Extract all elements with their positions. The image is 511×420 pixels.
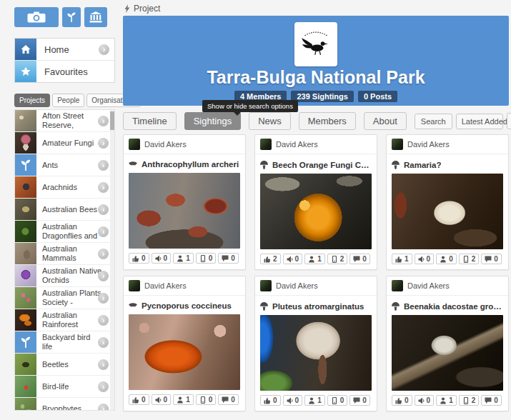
avatar[interactable] — [260, 280, 272, 291]
chevron-right-icon[interactable]: › — [98, 138, 109, 149]
chevron-right-icon[interactable]: › — [98, 204, 109, 215]
grid-view-button[interactable] — [507, 113, 511, 129]
megaphone-stat[interactable]: 0 — [152, 394, 172, 405]
card-title-row[interactable]: Beech Orange Fungi Cyttari... — [255, 154, 377, 174]
chevron-right-icon[interactable]: › — [98, 116, 109, 126]
sighting-photo[interactable] — [392, 174, 503, 249]
tab-sightings[interactable]: Sightings — [184, 112, 241, 130]
person-stat[interactable]: 1 — [304, 254, 325, 264]
nav-item-home[interactable]: Home › — [15, 39, 114, 60]
species-name[interactable]: Pluteus atromarginatus — [272, 302, 364, 311]
sidebar-item-project[interactable]: Australian Bees › — [15, 199, 114, 221]
tab-people[interactable]: People — [52, 94, 84, 107]
sighting-photo[interactable] — [129, 314, 240, 390]
comment-stat[interactable]: 0 — [218, 394, 239, 405]
chevron-right-icon[interactable]: › — [98, 293, 109, 304]
comment-stat[interactable]: 0 — [218, 253, 239, 264]
mobile-stat[interactable]: 0 — [196, 253, 217, 264]
species-name[interactable]: Beech Orange Fungi Cyttari... — [272, 161, 372, 169]
sighting-photo[interactable] — [129, 173, 240, 249]
megaphone-stat[interactable]: 0 — [415, 254, 435, 264]
person-stat[interactable]: 1 — [304, 395, 325, 406]
vote-stat[interactable]: 0 — [392, 395, 412, 406]
card-title-row[interactable]: Anthracophyllum archeri — [124, 154, 245, 173]
avatar[interactable] — [392, 280, 403, 291]
chevron-right-icon[interactable]: › — [98, 337, 109, 348]
sidebar-item-project[interactable]: Bryophytes › — [15, 398, 114, 411]
avatar[interactable] — [129, 280, 140, 291]
tab-about[interactable]: About — [364, 112, 407, 130]
species-name[interactable]: Beenakia dacostae growing ... — [404, 302, 504, 311]
tab-timeline[interactable]: Timeline — [123, 112, 177, 130]
card-author[interactable]: David Akers — [144, 140, 187, 149]
sidebar-item-project[interactable]: Australian Rainforest › — [15, 309, 114, 331]
card-title-row[interactable]: Ramaria? — [387, 154, 508, 174]
megaphone-stat[interactable]: 0 — [415, 395, 435, 406]
species-button[interactable] — [62, 7, 81, 27]
vote-stat[interactable]: 1 — [392, 254, 412, 264]
chevron-right-icon[interactable]: › — [98, 315, 109, 326]
card-author[interactable]: David Akers — [144, 281, 187, 290]
add-sighting-button[interactable] — [14, 7, 59, 27]
sort-select[interactable]: Latest Added — [456, 114, 503, 129]
sidebar-scrollbar-thumb[interactable] — [110, 111, 114, 130]
species-name[interactable]: Pycnoporus coccineus — [142, 301, 232, 310]
sighting-photo[interactable] — [260, 315, 372, 391]
mobile-stat[interactable]: 0 — [196, 394, 217, 405]
card-author[interactable]: David Akers — [276, 140, 318, 149]
chevron-right-icon[interactable]: › — [98, 249, 109, 259]
vote-stat[interactable]: 0 — [129, 253, 149, 264]
chevron-right-icon[interactable]: › — [98, 226, 109, 237]
card-title-row[interactable]: Pluteus atromarginatus — [255, 296, 377, 315]
chevron-right-icon[interactable]: › — [98, 271, 109, 281]
mobile-stat[interactable]: 0 — [327, 395, 348, 406]
species-name[interactable]: Ramaria? — [404, 161, 441, 169]
sighting-card[interactable]: David Akers Ramaria? — [386, 134, 509, 270]
sighting-card[interactable]: David Akers Anthracophyllum archeri — [123, 134, 246, 270]
person-stat[interactable]: 1 — [436, 395, 457, 406]
sighting-card[interactable]: David Akers Pluteus atromarginatus — [254, 276, 377, 411]
collections-button[interactable] — [84, 7, 107, 27]
sidebar-item-project[interactable]: Australian Native Orchids › — [15, 265, 114, 287]
card-author[interactable]: David Akers — [407, 281, 450, 290]
sighting-card[interactable]: David Akers Beech Orange Fungi Cyttari..… — [254, 134, 377, 270]
tab-members[interactable]: Members — [299, 112, 356, 130]
species-name[interactable]: Anthracophyllum archeri — [142, 160, 239, 169]
avatar[interactable] — [260, 139, 272, 150]
vote-stat[interactable]: 0 — [260, 395, 281, 406]
megaphone-stat[interactable]: 0 — [152, 253, 172, 264]
sighting-card[interactable]: David Akers Beenakia dacostae growing ..… — [386, 276, 509, 411]
sighting-card[interactable]: David Akers Pycnoporus coccineus — [123, 276, 246, 411]
person-stat[interactable]: 1 — [173, 253, 194, 264]
mobile-stat[interactable]: 2 — [327, 254, 348, 264]
vote-stat[interactable]: 2 — [260, 254, 281, 264]
sidebar-item-project[interactable]: Bird-life › — [15, 376, 114, 398]
comment-stat[interactable]: 0 — [481, 254, 502, 264]
sidebar-item-project[interactable]: Australian Plants Society - › — [15, 287, 114, 309]
tab-projects[interactable]: Projects — [14, 94, 50, 107]
chevron-right-icon[interactable]: › — [98, 381, 109, 392]
chevron-right-icon[interactable]: › — [98, 182, 109, 193]
sidebar-item-project[interactable]: Amateur Fungi › — [15, 132, 114, 154]
tab-news[interactable]: News — [249, 112, 291, 130]
avatar[interactable] — [129, 139, 140, 150]
sidebar-item-project[interactable]: Australian Mammals › — [15, 243, 114, 265]
mobile-stat[interactable]: 2 — [459, 395, 480, 406]
comment-stat[interactable]: 0 — [349, 254, 370, 264]
sighting-photo[interactable] — [260, 174, 372, 249]
person-stat[interactable]: 1 — [173, 394, 194, 405]
sidebar-item-project[interactable]: Ants › — [15, 154, 114, 176]
sighting-photo[interactable] — [392, 315, 503, 391]
megaphone-stat[interactable]: 0 — [283, 395, 303, 406]
card-title-row[interactable]: Beenakia dacostae growing ... — [387, 296, 508, 315]
sidebar-item-project[interactable]: Arachnids › — [15, 176, 114, 199]
sidebar-item-project[interactable]: Australian Dragonflies and › — [15, 221, 114, 243]
comment-stat[interactable]: 0 — [349, 395, 370, 406]
card-title-row[interactable]: Pycnoporus coccineus — [124, 296, 245, 314]
nav-item-favourites[interactable]: Favourites — [15, 60, 114, 82]
sidebar-item-project[interactable]: Beetles › — [15, 354, 114, 376]
mobile-stat[interactable]: 2 — [459, 254, 480, 264]
comment-stat[interactable]: 0 — [481, 395, 502, 406]
chevron-right-icon[interactable]: › — [99, 44, 109, 55]
card-author[interactable]: David Akers — [407, 140, 450, 149]
